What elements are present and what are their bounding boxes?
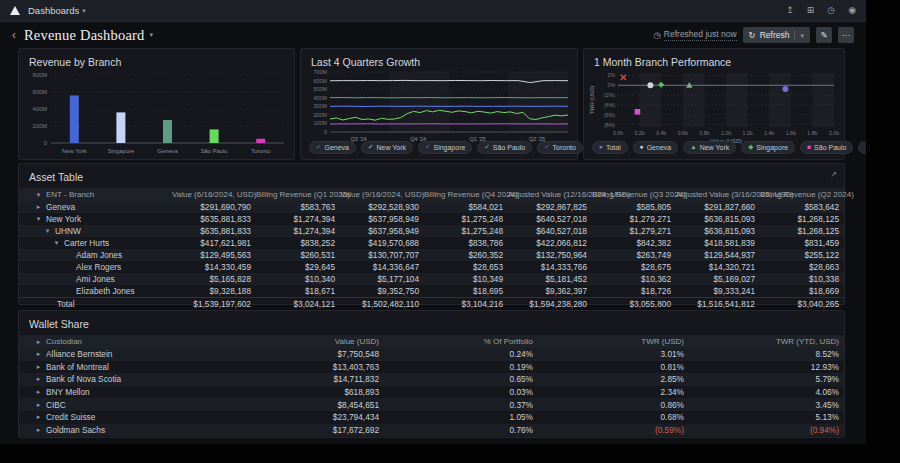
table-row-new-york[interactable]: ▾New York$635,881,833$1,274,394$637,958,…: [19, 213, 844, 225]
legend-item-geneva[interactable]: ●Geneva: [633, 141, 678, 154]
point-total[interactable]: [782, 86, 788, 92]
grid-icon[interactable]: ⊞: [807, 6, 815, 15]
table-row-bank-of-montreal[interactable]: ▸Bank of Montreal$13,403,7630.19%0.81%12…: [19, 361, 844, 374]
chevron-right-icon[interactable]: ▸: [35, 413, 42, 421]
total-cell: $3,104,216: [424, 299, 508, 309]
x-tick-label: 0.2b: [635, 130, 645, 136]
band: [640, 73, 662, 127]
value-cell: $28,653: [424, 262, 508, 272]
chevron-down-icon[interactable]: ▾: [35, 215, 42, 223]
column-header[interactable]: Value (6/16/2024, USD): [172, 190, 256, 199]
bar-1[interactable]: [116, 112, 125, 143]
tick-label: 200M: [32, 123, 47, 129]
table-row-bank-of-nova-scotia[interactable]: ▸Bank of Nova Scotia$14,711,8320.65%2.85…: [19, 373, 844, 386]
edit-button[interactable]: ✎: [816, 27, 832, 43]
marker-icon: ■: [807, 144, 811, 151]
bar-3[interactable]: [210, 129, 219, 143]
nav-icon-group: ↥⊞◷◉: [786, 6, 856, 15]
table-row-cibc[interactable]: ▸CIBC$8,454,6510.37%0.86%3.45%: [19, 398, 844, 411]
clock-icon: ◷: [653, 30, 660, 40]
value-cell: $260,352: [424, 250, 508, 260]
column-header[interactable]: TWR (YTD, USD): [689, 337, 844, 346]
column-header-branch[interactable]: ▾ENT - Branch: [19, 190, 172, 199]
tick-label: 400M: [314, 95, 328, 101]
point-são-paulo[interactable]: [635, 109, 641, 115]
legend-item-singapore[interactable]: ◆Singapore: [741, 141, 795, 154]
x-tick-label: Geneva: [157, 148, 178, 154]
total-cell: $1,502,482,110: [340, 299, 424, 309]
panel-title: 1 Month Branch Performance: [584, 49, 844, 68]
table-row-ami-jones[interactable]: Ami Jones$5,165,828$10,340$5,177,104$10,…: [19, 273, 844, 285]
legend-item-total[interactable]: ●Total: [592, 141, 628, 154]
refresh-icon: ↻: [749, 30, 756, 40]
table-row-alliance-bernstein[interactable]: ▸Alliance Bernstein$7,750,5480.24%3.01%8…: [19, 348, 844, 361]
dashboards-menu[interactable]: Dashboards ▾: [28, 5, 86, 16]
table-row-goldman-sachs[interactable]: ▸Goldman Sachs$17,672,6920.76%(0.59%)(0.…: [19, 424, 844, 437]
table-row-bny-mellon[interactable]: ▸BNY Mellon$618,8930.03%2.34%4.06%: [19, 386, 844, 399]
chevron-down-icon[interactable]: ▾: [44, 227, 51, 235]
tick-label: (8%): [604, 122, 615, 128]
share-icon[interactable]: ↥: [786, 6, 794, 15]
legend-item-singapore[interactable]: ✓Singapore: [418, 141, 472, 154]
table-row-alex-rogers[interactable]: Alex Rogers$14,330,459$29,645$14,336,647…: [19, 261, 844, 273]
column-header[interactable]: TWR (USD): [538, 337, 689, 346]
chevron-down-icon[interactable]: ▾: [53, 239, 60, 247]
table-row-geneva[interactable]: ▸Geneva$291,690,790$583,763$292,528,930$…: [19, 201, 844, 213]
value-cell: $842,382: [592, 238, 676, 248]
x-tick-label: São Paulo: [201, 148, 228, 154]
legend-item-são-paulo[interactable]: ✓São Paulo: [477, 141, 532, 154]
table-row-uhnw[interactable]: ▾UHNW$635,881,833$1,274,394$637,958,949$…: [19, 225, 844, 237]
table-row-adam-jones[interactable]: Adam Jones$129,495,563$260,531$130,707,7…: [19, 249, 844, 261]
x-tick-label: 0.0b: [613, 130, 623, 136]
column-header[interactable]: Value (USD): [214, 337, 384, 346]
value-cell: $292,528,930: [340, 202, 424, 212]
column-header[interactable]: Adjusted Value (12/16/2024, USD): [508, 190, 592, 199]
column-header-custodian[interactable]: ▸Custodian: [19, 337, 214, 346]
column-header[interactable]: Adjusted Value (3/16/2025, USD): [676, 190, 760, 199]
value-cell: $584,021: [424, 202, 508, 212]
column-header[interactable]: % Of Portfolio: [384, 337, 538, 346]
legend-item-new-york[interactable]: ▲New York: [683, 141, 736, 154]
table-row-credit-suisse[interactable]: ▸Credit Suisse$23,794,4341.05%0.68%5.13%: [19, 411, 844, 424]
legend-item-toronto[interactable]: ×Toronto: [858, 141, 866, 154]
chevron-right-icon[interactable]: ▸: [35, 350, 42, 358]
chart-legend: ●Total●Geneva▲New York◆Singapore■São Pau…: [592, 141, 866, 154]
column-header[interactable]: Billing Revenue (Q3 2024): [592, 190, 676, 199]
chevron-right-icon[interactable]: ▸: [35, 401, 42, 409]
bar-2[interactable]: [163, 120, 172, 143]
y-axis-title: TWR (USD): [589, 85, 595, 114]
brand-logo-icon[interactable]: [10, 6, 20, 15]
point-toronto[interactable]: [621, 75, 626, 80]
value-cell: $637,958,949: [340, 214, 424, 224]
value-cell: $5,169,027: [676, 274, 760, 284]
more-options-button[interactable]: ···: [838, 27, 854, 43]
chevron-right-icon[interactable]: ▸: [35, 203, 42, 211]
legend-item-toronto[interactable]: ✓Toronto: [537, 141, 583, 154]
refresh-button[interactable]: ↻ Refresh ▾: [743, 27, 810, 43]
column-header[interactable]: Value (9/16/2024, USD): [340, 190, 424, 199]
chevron-right-icon[interactable]: ▸: [35, 375, 42, 383]
expand-icon[interactable]: ↗: [830, 170, 837, 179]
back-button[interactable]: ‹: [12, 28, 16, 42]
row-label-cell: Ami Jones: [19, 274, 172, 284]
table-row-elizabeth-jones[interactable]: Elizabeth Jones$9,328,188$18,671$9,352,7…: [19, 285, 844, 297]
account-icon[interactable]: ◉: [848, 6, 856, 15]
column-header[interactable]: Billing Revenue (Q2 2024): [760, 190, 844, 199]
x-tick-label: 0.4b: [656, 130, 666, 136]
column-header[interactable]: Billing Revenue (Q1 2025): [256, 190, 340, 199]
chevron-down-icon[interactable]: ▾: [150, 31, 154, 39]
bar-4[interactable]: [256, 139, 265, 143]
table-row-carter-hurts[interactable]: ▾Carter Hurts$417,621,981$838,252$419,57…: [19, 237, 844, 249]
bar-0[interactable]: [70, 95, 79, 143]
point-geneva[interactable]: [647, 82, 653, 88]
tick-label: (4%): [604, 102, 615, 108]
chevron-right-icon[interactable]: ▸: [35, 388, 42, 396]
column-header[interactable]: Billing Revenue (Q4 2024): [424, 190, 508, 199]
help-icon[interactable]: ◷: [827, 6, 835, 15]
legend-item-geneva[interactable]: ✓Geneva: [309, 141, 356, 154]
legend-item-new-york[interactable]: ✓New York: [361, 141, 413, 154]
chevron-right-icon[interactable]: ▸: [35, 363, 42, 371]
chevron-right-icon[interactable]: ▸: [35, 426, 42, 434]
value-cell: 4.06%: [689, 387, 844, 397]
legend-item-são-paulo[interactable]: ■São Paulo: [800, 141, 853, 154]
